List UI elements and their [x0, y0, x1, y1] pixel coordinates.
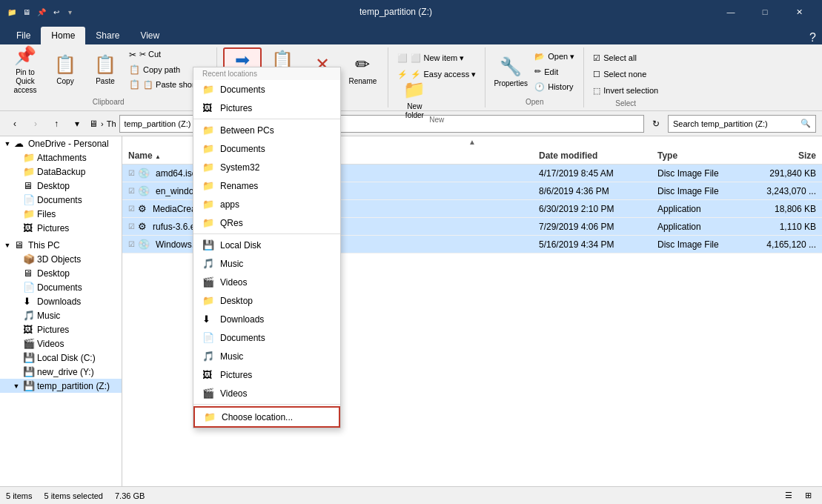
select-all-button[interactable]: ☑ Select all — [590, 50, 640, 65]
item-icon: 🖼 — [202, 102, 214, 113]
item-icon: 📄 — [202, 332, 214, 343]
tree-item-music[interactable]: 🎵 Music — [0, 308, 122, 322]
pictures-od-icon: 🖼 — [23, 222, 35, 233]
file-type: Disc Image File — [652, 183, 748, 199]
history-button[interactable]: 🕐 History — [531, 80, 577, 94]
row-checkbox[interactable]: ☑ — [128, 169, 135, 177]
recent-button[interactable]: ▾ — [68, 115, 86, 133]
dropdown-item[interactable]: 📁Between PCs — [193, 121, 340, 139]
tree-item-databackup[interactable]: 📁 DataBackup — [0, 165, 122, 179]
open-small-buttons: 📂 Open ▾ ✏ Edit 🕐 History — [531, 50, 577, 94]
col-header-size[interactable]: Size — [748, 147, 822, 164]
item-icon: 📁 — [202, 162, 214, 173]
paste-button[interactable]: 📋 Paste — [86, 47, 125, 92]
col-header-type[interactable]: Type — [652, 147, 748, 164]
dropdown-item[interactable]: 🎬Videos — [193, 273, 340, 291]
tree-item-thispc[interactable]: ▼ 🖥 This PC — [0, 238, 122, 252]
tree-item-pictures[interactable]: 🖼 Pictures — [0, 322, 122, 336]
tree-item-attachments[interactable]: 📁 Attachments — [0, 150, 122, 165]
dropdown-item[interactable]: 📁QRes — [193, 213, 340, 232]
dropdown-item[interactable]: 📁Desktop — [193, 291, 340, 310]
help-button[interactable]: ? — [809, 31, 816, 44]
dropdown-item[interactable]: 💾Local Disk — [193, 236, 340, 254]
tab-share[interactable]: Share — [85, 27, 130, 44]
open-button[interactable]: 📂 Open ▾ — [531, 50, 577, 64]
minimize-button[interactable]: — — [714, 0, 748, 24]
tree-item-newdrive[interactable]: 💾 new_drive (Y:) — [0, 365, 122, 379]
tree-item-pictures-od[interactable]: 🖼 Pictures — [0, 221, 122, 235]
files-icon: 📁 — [23, 208, 35, 219]
details-view-button[interactable]: ☰ — [780, 488, 797, 503]
3dobjects-icon: 📦 — [23, 253, 35, 265]
tree-item-onedrive[interactable]: ▼ ☁ OneDrive - Personal — [0, 136, 122, 150]
paste-icon: 📋 — [94, 54, 116, 75]
item-icon: 📁 — [202, 180, 214, 191]
attachments-icon: 📁 — [23, 152, 35, 163]
dropdown-item[interactable]: 🎵Music — [193, 347, 340, 365]
tree-item-desktop[interactable]: 🖥 Desktop — [0, 266, 122, 280]
close-button[interactable]: ✕ — [782, 0, 816, 24]
window-title: temp_partition (Z:) — [78, 7, 714, 17]
row-checkbox[interactable]: ☑ — [128, 205, 135, 213]
new-folder-icon: 📁 — [403, 79, 425, 100]
tree-item-downloads[interactable]: ⬇ Downloads — [0, 294, 122, 308]
new-item-icon: ⬜ — [397, 53, 408, 63]
row-checkbox[interactable]: ☑ — [128, 240, 135, 248]
pictures-od-label: Pictures — [37, 223, 69, 233]
item-label: Documents — [220, 144, 265, 154]
tree-item-documents[interactable]: 📄 Documents — [0, 280, 122, 294]
rename-button[interactable]: ✏ Rename — [343, 47, 382, 92]
dropdown-item[interactable]: 🖼Pictures — [193, 365, 340, 384]
cut-button[interactable]: ✂ ✂ Cut — [126, 47, 211, 62]
pin-to-quick-access-button[interactable]: 📌 Pin to Quickaccess — [6, 47, 44, 92]
row-checkbox[interactable]: ☑ — [128, 222, 135, 231]
select-none-button[interactable]: ☐ Select none — [590, 67, 649, 82]
refresh-button[interactable]: ↻ — [647, 115, 665, 133]
up-button[interactable]: ↑ — [47, 115, 65, 133]
large-icons-view-button[interactable]: ⊞ — [800, 488, 816, 503]
item-label: Documents — [220, 84, 265, 95]
tree-item-videos[interactable]: 🎬 Videos — [0, 336, 122, 351]
window-controls[interactable]: — □ ✕ — [714, 0, 816, 24]
col-header-date[interactable]: Date modified — [533, 147, 652, 164]
new-group-content: ⬜ ⬜ New item ▾ ⚡ ⚡ Easy access ▾ 📁 Newfo… — [394, 47, 479, 114]
pin-label: Pin to Quickaccess — [7, 68, 43, 95]
forward-button[interactable]: › — [27, 115, 44, 133]
dropdown-item[interactable]: 🖼Pictures — [193, 99, 340, 117]
dropdown-item[interactable]: 📁System32 — [193, 158, 340, 176]
new-item-button[interactable]: ⬜ ⬜ New item ▾ — [394, 50, 467, 65]
tree-item-documents-od[interactable]: 📄 Documents — [0, 193, 122, 207]
properties-button[interactable]: 🔧 Properties — [491, 50, 530, 94]
maximize-button[interactable]: □ — [748, 0, 782, 24]
tree-item-files[interactable]: 📁 Files — [0, 207, 122, 221]
dropdown-item[interactable]: 🎵Music — [193, 254, 340, 273]
copy-button[interactable]: 📋 Copy — [46, 47, 84, 92]
copy-path-icon: 📋 — [129, 64, 140, 75]
selected-count: 5 items selected — [44, 491, 102, 500]
dropdown-item[interactable]: 📁Documents — [193, 139, 340, 158]
dropdown-item[interactable]: 📁Documents — [193, 80, 340, 99]
tab-home[interactable]: Home — [41, 27, 85, 44]
dropdown-item[interactable]: 📁apps — [193, 195, 340, 213]
sort-arrow: ▲ — [468, 138, 476, 146]
tree-item-desktop-od[interactable]: 🖥 Desktop — [0, 179, 122, 193]
choose-location-button[interactable]: 📁Choose location... — [193, 406, 340, 428]
back-button[interactable]: ‹ — [6, 115, 24, 133]
dropdown-item[interactable]: ⬇Downloads — [193, 310, 340, 328]
tab-file[interactable]: File — [6, 27, 41, 44]
search-box[interactable]: Search temp_partition (Z:) 🔍 — [668, 115, 816, 133]
search-icon: 🔍 — [801, 119, 811, 128]
databackup-icon: 📁 — [23, 166, 35, 177]
file-icon: ⚙ — [138, 203, 147, 214]
tab-view[interactable]: View — [130, 27, 170, 44]
tree-item-localc[interactable]: 💾 Local Disk (C:) — [0, 351, 122, 365]
dropdown-item[interactable]: 📄Documents — [193, 328, 340, 347]
dropdown-item[interactable]: 🎬Videos — [193, 384, 340, 402]
edit-button[interactable]: ✏ Edit — [531, 64, 577, 79]
tree-item-temppartition[interactable]: ▼ 💾 temp_partition (Z:) — [0, 379, 122, 393]
row-checkbox[interactable]: ☑ — [128, 187, 135, 195]
invert-selection-button[interactable]: ⬚ Invert selection — [590, 83, 661, 98]
new-folder-button[interactable]: 📁 Newfolder — [394, 84, 434, 114]
tree-item-3dobjects[interactable]: 📦 3D Objects — [0, 252, 122, 266]
dropdown-item[interactable]: 📁Renames — [193, 176, 340, 195]
